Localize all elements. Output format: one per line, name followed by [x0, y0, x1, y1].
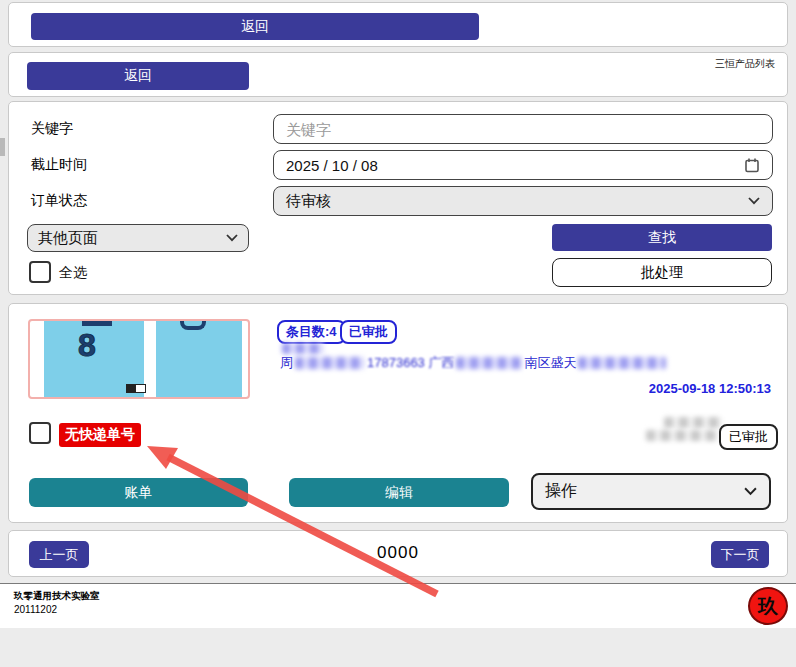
- calendar-icon[interactable]: [744, 157, 760, 173]
- redacted-block: [295, 357, 365, 369]
- batch-process-button[interactable]: 批处理: [552, 258, 772, 287]
- chevron-down-icon: [226, 234, 238, 242]
- breadcrumb: 三恒产品列表: [715, 57, 775, 71]
- edit-button[interactable]: 编辑: [289, 478, 509, 507]
- redacted-block: [456, 357, 522, 369]
- approved-badge: 已审批: [340, 320, 397, 344]
- top-back-card: 返回: [8, 2, 788, 47]
- address-mid-fragment: 17873663 广西: [367, 354, 454, 372]
- order-list-page: 返回 返回 三恒产品列表 关键字 截止时间 2025 / 10 / 08 订单状…: [0, 0, 796, 667]
- thumbnail-label-tag: [126, 384, 146, 393]
- page-select-value: 其他页面: [38, 229, 98, 248]
- back-button[interactable]: 返回: [27, 62, 249, 90]
- order-status-select[interactable]: 待审核: [273, 186, 773, 216]
- left-edge-scrollbar: [0, 138, 5, 156]
- deadline-date-input[interactable]: 2025 / 10 / 08: [273, 150, 773, 180]
- redacted-reviewer-info: [646, 417, 722, 441]
- order-status-label: 订单状态: [31, 192, 87, 210]
- order-card: 8 条目数:4 已审批 周 17873663 广西 南区盛天 2025-09-1…: [8, 303, 788, 523]
- result-count: 0000: [9, 543, 787, 563]
- thumbnail-crop-mark: [180, 321, 206, 330]
- thumbnail-number: 8: [78, 327, 96, 364]
- pagination-card: 0000 上一页 下一页: [8, 530, 788, 577]
- search-button[interactable]: 查找: [552, 224, 772, 251]
- footer-org-code: 20111202: [14, 604, 57, 615]
- select-all-label: 全选: [59, 264, 87, 282]
- no-tracking-badge[interactable]: 无快递单号: [59, 423, 141, 447]
- address-area-fragment: 南区盛天: [524, 354, 576, 372]
- redacted-block: [646, 430, 718, 441]
- keyword-field-wrapper: [273, 114, 773, 144]
- reviewer-approved-badge: 已审批: [719, 424, 778, 450]
- order-checkbox[interactable]: [29, 422, 51, 444]
- redacted-block: [664, 417, 722, 428]
- deadline-value: 2025 / 10 / 08: [286, 157, 378, 174]
- chevron-down-icon: [744, 487, 757, 496]
- deadline-label: 截止时间: [31, 156, 87, 174]
- page-select[interactable]: 其他页面: [27, 224, 249, 252]
- keyword-label: 关键字: [31, 120, 73, 138]
- order-timestamp: 2025-09-18 12:50:13: [649, 381, 771, 396]
- item-count-badge: 条目数:4: [277, 320, 346, 344]
- next-page-button[interactable]: 下一页: [711, 541, 769, 568]
- chevron-down-icon: [748, 197, 760, 205]
- action-select[interactable]: 操作: [531, 473, 771, 510]
- footer-org-name: 玖零通用技术实验室: [14, 590, 100, 603]
- redacted-name: [282, 343, 324, 354]
- thumbnail-right-panel: [156, 321, 242, 397]
- org-logo-seal: 玖: [748, 587, 788, 625]
- order-status-value: 待审核: [286, 192, 331, 211]
- redacted-block: [578, 357, 666, 369]
- header-card: 返回 三恒产品列表: [8, 52, 788, 97]
- prev-page-button[interactable]: 上一页: [29, 541, 89, 568]
- order-address-line: 周 17873663 广西 南区盛天: [280, 354, 666, 372]
- action-select-value: 操作: [545, 481, 577, 502]
- select-all-checkbox[interactable]: [29, 261, 51, 283]
- filter-card: 关键字 截止时间 2025 / 10 / 08 订单状态 待审核 其他页面: [8, 101, 788, 295]
- back-button-top[interactable]: 返回: [31, 13, 479, 40]
- keyword-input[interactable]: [286, 121, 760, 138]
- thumbnail-crop-mark: [82, 321, 112, 326]
- footer: 玖零通用技术实验室 20111202 玖: [0, 583, 796, 628]
- address-name-fragment: 周: [280, 354, 293, 372]
- bill-button[interactable]: 账单: [29, 478, 248, 507]
- product-thumbnail[interactable]: 8: [28, 319, 250, 399]
